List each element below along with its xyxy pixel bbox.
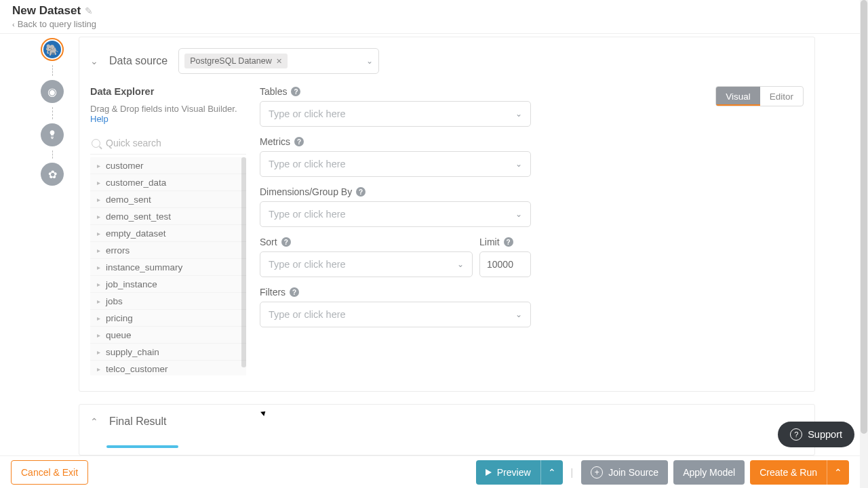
chevron-up-icon: ⌃ xyxy=(548,467,556,478)
tree-item-customer[interactable]: ▸customer xyxy=(90,157,246,174)
chevron-right-icon: ▸ xyxy=(97,281,100,288)
remove-datasource-icon[interactable]: ✕ xyxy=(276,57,282,66)
chevron-right-icon: ▸ xyxy=(97,230,100,237)
tree-item-label: instance_summary xyxy=(106,262,182,272)
tree-item-label: supply_chain xyxy=(106,347,159,357)
datasource-panel: ⌄ Data source PostgreSQL Datanew ✕ ⌄ Dat… xyxy=(79,37,815,392)
tree-item-label: pricing xyxy=(106,313,133,323)
back-link[interactable]: ‹ Back to query listing xyxy=(12,19,856,29)
dimensions-input[interactable]: Type or click here⌄ xyxy=(260,201,531,227)
result-stub xyxy=(106,445,178,448)
tree-item-label: demo_sent xyxy=(106,195,151,205)
chevron-left-icon: ‹ xyxy=(12,20,15,28)
footer: Cancel & Exit Preview ⌃ | + Join Source … xyxy=(0,455,860,488)
chevron-down-icon: ⌄ xyxy=(366,56,373,66)
chevron-up-icon: ⌃ xyxy=(834,467,842,478)
dimensions-label: Dimensions/Group By xyxy=(260,186,352,197)
tree-item-pricing[interactable]: ▸pricing xyxy=(90,310,246,327)
metrics-input[interactable]: Type or click here⌄ xyxy=(260,151,531,177)
create-run-button[interactable]: Create & Run xyxy=(750,460,827,485)
limit-label: Limit xyxy=(479,237,500,247)
tree-item-errors[interactable]: ▸errors xyxy=(90,242,246,259)
chevron-right-icon: ▸ xyxy=(97,247,100,254)
tree-item-instance_summary[interactable]: ▸instance_summary xyxy=(90,259,246,276)
help-icon[interactable]: ? xyxy=(290,287,299,297)
explorer-hint: Drag & Drop fields into Visual Builder. … xyxy=(90,104,246,124)
cancel-button[interactable]: Cancel & Exit xyxy=(11,460,88,485)
tree-item-supply_chain[interactable]: ▸supply_chain xyxy=(90,344,246,361)
help-link[interactable]: Help xyxy=(90,114,108,124)
tree-item-label: job_instance xyxy=(106,279,157,289)
filters-label: Filters xyxy=(260,287,285,298)
chevron-down-icon: ⌄ xyxy=(515,209,522,219)
datasource-select[interactable]: PostgreSQL Datanew ✕ ⌄ xyxy=(178,48,379,74)
datasource-tag: PostgreSQL Datanew ✕ xyxy=(184,54,287,68)
edit-title-icon[interactable]: ✎ xyxy=(85,5,93,16)
limit-input[interactable] xyxy=(479,251,531,277)
preview-caret-button[interactable]: ⌃ xyxy=(540,460,563,485)
collapse-datasource-icon[interactable]: ⌄ xyxy=(90,56,98,66)
support-button[interactable]: ? Support xyxy=(778,422,854,447)
chevron-right-icon: ▸ xyxy=(97,365,100,373)
chevron-right-icon: ▸ xyxy=(97,196,100,203)
support-label: Support xyxy=(808,429,842,440)
collapse-final-icon[interactable]: ⌃ xyxy=(90,416,98,427)
tab-visual[interactable]: Visual xyxy=(716,87,760,106)
table-tree[interactable]: ▸customer▸customer_data▸demo_sent▸demo_s… xyxy=(90,157,246,375)
tree-item-demo_sent[interactable]: ▸demo_sent xyxy=(90,191,246,208)
step-settings[interactable]: ✿ xyxy=(41,163,64,186)
sort-input[interactable]: Type or click here⌄ xyxy=(260,251,473,277)
tree-item-customer_data[interactable]: ▸customer_data xyxy=(90,174,246,191)
preview-button[interactable]: Preview xyxy=(476,460,540,485)
step-model[interactable] xyxy=(41,123,64,146)
sort-label: Sort xyxy=(260,237,277,247)
chevron-right-icon: ▸ xyxy=(97,213,100,220)
chevron-right-icon: ▸ xyxy=(97,348,100,356)
chevron-down-icon: ⌄ xyxy=(515,109,522,119)
help-icon[interactable]: ? xyxy=(504,237,513,247)
help-icon[interactable]: ? xyxy=(281,237,291,247)
chevron-right-icon: ▸ xyxy=(97,298,100,305)
preview-label: Preview xyxy=(497,467,531,478)
search-input[interactable] xyxy=(106,138,245,148)
page-title: New Dataset xyxy=(12,4,81,18)
filters-input[interactable]: Type or click here⌄ xyxy=(260,302,531,327)
help-icon[interactable]: ? xyxy=(356,187,366,197)
tree-item-jobs[interactable]: ▸jobs xyxy=(90,293,246,310)
join-label: Join Source xyxy=(608,467,658,478)
tree-item-job_instance[interactable]: ▸job_instance xyxy=(90,276,246,293)
tree-scrollbar[interactable] xyxy=(241,157,246,367)
tables-label: Tables xyxy=(260,86,287,97)
tables-input[interactable]: Type or click here⌄ xyxy=(260,101,531,127)
step-rail: 🐘 ◉ ✿ xyxy=(41,38,64,186)
builder-tabs: Visual Editor xyxy=(715,86,804,106)
chevron-right-icon: ▸ xyxy=(97,264,100,271)
explorer-title: Data Explorer xyxy=(90,86,246,97)
step-preview[interactable]: ◉ xyxy=(41,80,64,103)
tree-item-label: customer_data xyxy=(106,178,166,188)
tree-item-queue[interactable]: ▸queue xyxy=(90,327,246,344)
chevron-down-icon: ⌄ xyxy=(515,159,522,169)
tree-item-telco_customer[interactable]: ▸telco_customer xyxy=(90,361,246,375)
tree-item-empty_dataset[interactable]: ▸empty_dataset xyxy=(90,225,246,242)
apply-model-button[interactable]: Apply Model xyxy=(673,460,745,485)
chevron-right-icon: ▸ xyxy=(97,179,100,186)
help-icon[interactable]: ? xyxy=(291,87,300,96)
join-source-button[interactable]: + Join Source xyxy=(581,460,668,485)
datasource-tag-label: PostgreSQL Datanew xyxy=(190,56,271,66)
create-caret-button[interactable]: ⌃ xyxy=(827,460,849,485)
tree-item-label: demo_sent_test xyxy=(106,211,171,222)
tree-item-label: queue xyxy=(106,330,132,340)
final-result-panel: ⌃ Final Result xyxy=(79,404,815,455)
plus-icon: + xyxy=(591,466,603,479)
back-link-label: Back to query listing xyxy=(18,19,96,29)
question-icon: ? xyxy=(790,428,802,441)
tree-item-demo_sent_test[interactable]: ▸demo_sent_test xyxy=(90,208,246,225)
divider: | xyxy=(571,467,574,478)
tree-item-label: customer xyxy=(106,161,144,171)
page-scrollbar[interactable] xyxy=(860,0,868,488)
tab-editor[interactable]: Editor xyxy=(760,87,803,106)
chevron-right-icon: ▸ xyxy=(97,162,100,169)
help-icon[interactable]: ? xyxy=(294,137,304,146)
step-datasource[interactable]: 🐘 xyxy=(41,38,64,61)
